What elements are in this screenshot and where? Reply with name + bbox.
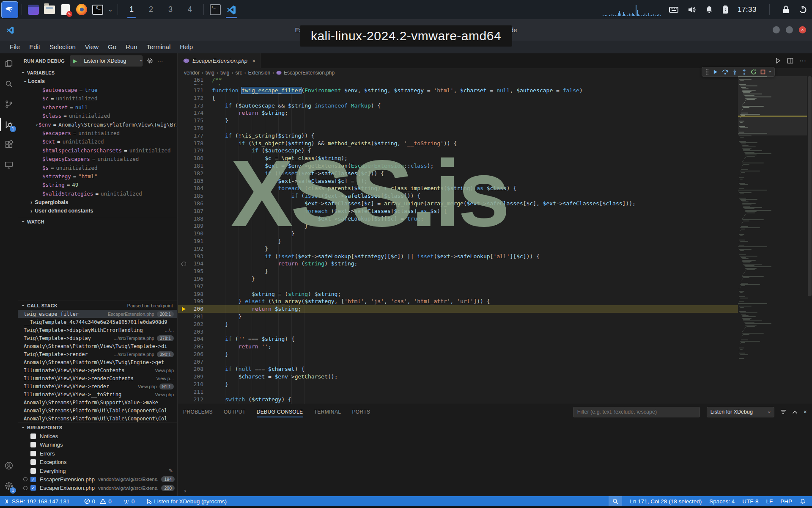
code-line[interactable]: 184 foreach (class_parents($string) + cl… (178, 185, 738, 192)
line-number[interactable]: 182 (189, 170, 203, 177)
code-line[interactable]: 195 } (178, 268, 738, 275)
line-number[interactable]: 174 (189, 109, 203, 117)
code-area[interactable]: 161 /** 170 */ 171function twig_escape_f… (178, 76, 738, 404)
menu-run[interactable]: Run (121, 41, 142, 53)
panel-tab-terminal[interactable]: TERMINAL (314, 404, 341, 420)
screen-magnifier-indicator[interactable] (609, 496, 622, 506)
line-number[interactable]: 188 (189, 215, 203, 223)
code-line[interactable]: 161 /** (178, 76, 738, 84)
breadcrumb-item[interactable]: Extension (248, 70, 270, 76)
taskbar-window-vscode[interactable] (223, 0, 239, 19)
line-number[interactable]: 187 (189, 207, 203, 215)
line-text[interactable] (203, 328, 212, 336)
line-number[interactable]: 207 (189, 358, 203, 366)
stop-icon[interactable] (760, 69, 765, 75)
console-prompt[interactable]: › (184, 487, 186, 494)
drag-handle-icon[interactable] (705, 69, 709, 75)
call-stack-frame[interactable]: Anomaly\Streams\Platform\View\Twig\Engin… (18, 358, 177, 366)
variable-row[interactable]: $strategy="html" (18, 172, 177, 180)
breakpoint-item[interactable]: ✓EscaperExtension.phpvendor/twig/twig/sr… (18, 475, 177, 483)
code-line[interactable]: 193 if (isset($ext->safeLookup[$strategy… (178, 253, 738, 260)
line-number[interactable]: 190 (189, 230, 203, 237)
account-icon[interactable] (0, 456, 18, 476)
locals-scope-row[interactable]: › Locals (18, 77, 177, 86)
line-text[interactable] (203, 388, 212, 396)
line-number[interactable]: 212 (189, 396, 203, 403)
code-line[interactable]: 208 if (null === $charset) { (178, 365, 738, 373)
line-number[interactable]: 172 (189, 94, 203, 102)
breadcrumb-item[interactable]: twig (220, 70, 229, 76)
line-text[interactable]: if (null === $charset) { (203, 365, 304, 373)
variable-row[interactable]: $class=uninitialized (18, 112, 177, 120)
code-line[interactable]: 174 return $string; (178, 109, 738, 117)
line-text[interactable]: if (!\is_string($string)) { (203, 132, 315, 140)
line-text[interactable]: foreach (class_parents($string) + class_… (203, 185, 516, 192)
watch-empty-area[interactable] (18, 226, 177, 301)
search-icon[interactable] (0, 74, 18, 94)
close-button[interactable]: × (799, 26, 806, 33)
line-text[interactable]: $ext->safeLookup[$s][$c] = true; (203, 215, 424, 223)
variable-row[interactable]: $legacyEscapers=uninitialized (18, 155, 177, 163)
run-php-icon[interactable] (775, 58, 781, 64)
code-line[interactable]: 197 (178, 283, 738, 290)
code-line[interactable]: 192 } (178, 245, 738, 253)
code-line[interactable]: 176 (178, 124, 738, 132)
volume-icon[interactable] (688, 6, 696, 14)
line-text[interactable]: return (string) $string; (203, 260, 357, 268)
variables-section-header[interactable]: › VARIABLES (18, 68, 177, 77)
breakpoints-section-header[interactable]: › BREAKPOINTS (18, 422, 177, 432)
split-editor-icon[interactable] (787, 58, 793, 64)
code-line[interactable]: 200 return $string; (178, 305, 738, 313)
edit-pencil-icon[interactable]: ✎ (169, 468, 173, 474)
call-stack-frame[interactable]: Anomaly\Streams\Platform\View\Twig\Templ… (18, 342, 177, 350)
panel-tab-output[interactable]: OUTPUT (224, 404, 246, 420)
line-number[interactable]: 180 (189, 155, 203, 162)
code-line[interactable]: 173 if ($autoescape && $string instanceo… (178, 102, 738, 110)
code-line[interactable]: 205 return ''; (178, 343, 738, 351)
line-number[interactable]: 208 (189, 365, 203, 373)
breadcrumb-item[interactable]: vendor (184, 70, 200, 76)
battery-icon[interactable] (722, 6, 728, 14)
workspace-2[interactable]: 2 (147, 0, 155, 19)
call-stack-frame[interactable]: Illuminate\View\View->renderContentsView… (18, 374, 177, 382)
line-text[interactable]: if ('' === $string) { (203, 335, 295, 343)
checkbox-checked[interactable]: ✓ (30, 485, 36, 491)
indentation-setting[interactable]: Spaces: 4 (705, 496, 738, 506)
variable-row[interactable]: $autoescape=true (18, 86, 177, 94)
code-line[interactable]: 207 (178, 358, 738, 366)
call-stack-frame[interactable]: Twig\Template->display.../src/Template.p… (18, 334, 177, 342)
code-line[interactable]: 194 return (string) $string; (178, 260, 738, 268)
line-number[interactable]: 178 (189, 140, 203, 147)
call-stack-frame[interactable]: Twig\Template->displayWithErrorHandling.… (18, 326, 177, 334)
line-text[interactable]: $ext->safeClasses[$c] = array_unique(arr… (203, 200, 636, 207)
debug-configuration-dropdown[interactable]: ▶ Listen for XDebug › (70, 55, 143, 66)
step-into-icon[interactable] (732, 69, 738, 75)
variable-row[interactable]: $charset=null (18, 103, 177, 111)
line-number[interactable]: 176 (189, 124, 203, 132)
code-line[interactable]: 185 if (isset($ext->safeClasses[$class])… (178, 192, 738, 200)
code-line[interactable]: 211 (178, 388, 738, 396)
line-number[interactable]: 161 (189, 76, 203, 84)
notifications-bell-icon[interactable] (705, 6, 713, 14)
code-line[interactable]: 189 } (178, 222, 738, 230)
line-text[interactable]: $string = (string) $string; (203, 290, 341, 298)
variable-row[interactable]: ›$env=Anomaly\Streams\Platform\View\Twig… (18, 120, 177, 129)
debug-settings-gear-icon[interactable] (147, 58, 153, 64)
panel-tab-problems[interactable]: PROBLEMS (183, 404, 213, 420)
checkbox-unchecked[interactable] (30, 459, 36, 465)
step-out-icon[interactable] (741, 69, 747, 75)
code-line[interactable]: 179 if ($autoescape) { (178, 147, 738, 155)
line-number[interactable]: 181 (189, 162, 203, 170)
clock[interactable]: 17:33 (738, 6, 757, 14)
chevron-down-icon[interactable]: › (767, 71, 773, 72)
breadcrumb-item[interactable]: src (235, 70, 242, 76)
line-number[interactable]: 209 (189, 373, 203, 381)
terminal-launcher-dropdown[interactable]: ⌄ (106, 0, 114, 19)
line-text[interactable]: } (203, 351, 228, 358)
power-icon[interactable] (799, 6, 807, 14)
line-text[interactable]: if (isset($ext->safeClasses[$class])) { (203, 192, 420, 200)
menu-go[interactable]: Go (103, 41, 121, 53)
line-number[interactable]: 184 (189, 185, 203, 192)
line-text[interactable]: if (\is_object($string) && method_exists… (203, 140, 457, 147)
line-text[interactable] (203, 124, 212, 132)
